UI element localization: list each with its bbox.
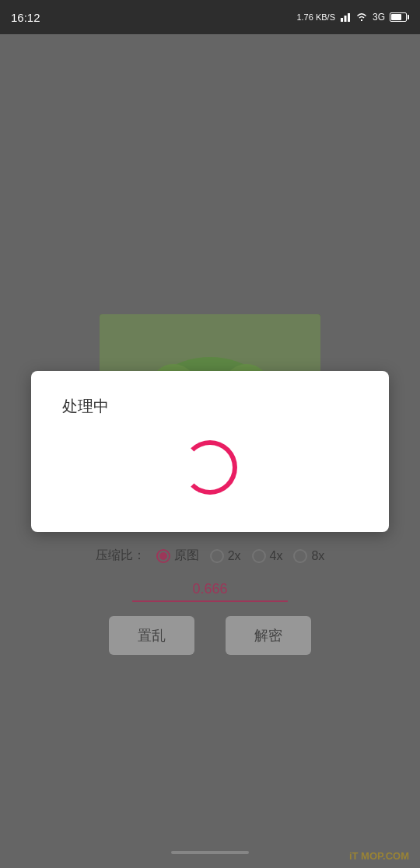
battery-icon (390, 12, 409, 22)
dialog-box: 处理中 (31, 371, 389, 532)
cellular-label: 3G (373, 12, 385, 23)
svg-rect-2 (348, 13, 350, 22)
wifi-icon (355, 12, 368, 23)
app-background: 给爷整笑了 知乎 @方小译 压缩比： 原图 2x 4x (0, 34, 420, 868)
spinner-container (62, 440, 358, 495)
status-time: 16:12 (11, 11, 40, 24)
loading-spinner (183, 440, 237, 495)
status-icons: 1.76 KB/S 3G (296, 12, 409, 23)
dialog-title: 处理中 (62, 396, 109, 417)
svg-rect-1 (344, 16, 346, 22)
network-speed: 1.76 KB/S (296, 12, 335, 22)
svg-rect-0 (341, 18, 343, 22)
status-bar: 16:12 1.76 KB/S 3G (0, 0, 420, 34)
network-icon (340, 12, 351, 23)
dialog-overlay: 处理中 (0, 34, 420, 868)
